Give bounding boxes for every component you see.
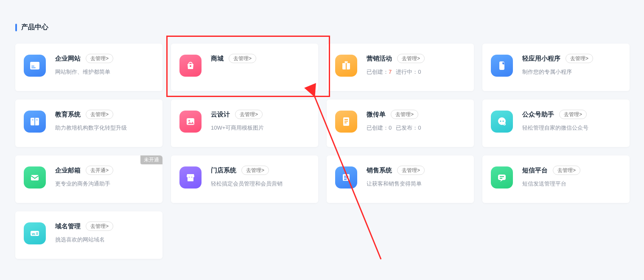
list-icon	[335, 166, 357, 189]
card-title: 云设计	[211, 111, 230, 119]
card-desc: 轻松搞定会员管理和会员营销	[211, 180, 310, 188]
manage-button[interactable]: 去管理>	[86, 54, 113, 63]
card-title: 营销活动	[367, 55, 392, 63]
product-card-mail[interactable]: 企业邮箱去开通>更专业的商务沟通助手未开通	[15, 155, 162, 203]
card-title: 短信平台	[522, 166, 548, 175]
card-title: 轻应用小程序	[522, 55, 560, 63]
card-title: 商城	[211, 55, 224, 63]
card-desc: 挑选喜欢的网站域名	[55, 236, 154, 244]
card-title: 门店系统	[211, 166, 236, 175]
card-title: 公众号助手	[522, 111, 554, 119]
manage-button[interactable]: 去开通>	[86, 166, 113, 175]
product-card-sales[interactable]: 销售系统去管理>让获客和销售变得简单	[327, 155, 474, 203]
product-card-miniapp[interactable]: 轻应用小程序去管理>制作您的专属小程序	[482, 44, 630, 91]
manage-button[interactable]: 去管理>	[397, 166, 425, 175]
product-card-design[interactable]: 云设计去管理>10W+可商用模板图片	[171, 100, 318, 147]
status-badge: 未开通	[140, 155, 162, 164]
section-title: 产品中心	[21, 23, 48, 32]
card-desc: 已创建：7进行中：0	[367, 68, 465, 76]
product-card-wechat[interactable]: 公众号助手去管理>轻松管理自家的微信公众号	[482, 100, 630, 147]
section-accent-bar	[15, 24, 17, 31]
domain-icon	[24, 222, 46, 244]
card-title: 企业网站	[55, 55, 81, 63]
chat-icon	[491, 111, 513, 133]
card-desc: 10W+可商用模板图片	[211, 124, 310, 132]
manage-button[interactable]: 去管理>	[86, 110, 113, 119]
manage-button[interactable]: 去管理>	[229, 54, 256, 63]
product-card-shop[interactable]: 商城去管理>	[171, 44, 318, 91]
manage-button[interactable]: 去管理>	[391, 110, 418, 119]
card-desc: 更专业的商务沟通助手	[55, 180, 154, 188]
gift-icon	[335, 55, 357, 77]
card-desc: 制作您的专属小程序	[522, 68, 621, 76]
manage-button[interactable]: 去管理>	[559, 110, 587, 119]
manage-button[interactable]: 去管理>	[566, 54, 593, 63]
manage-button[interactable]: 去管理>	[397, 54, 425, 63]
card-desc: 短信发送管理平台	[522, 180, 621, 188]
book-icon	[24, 111, 46, 133]
product-card-sms[interactable]: 短信平台去管理>短信发送管理平台	[482, 155, 630, 203]
shop-icon	[179, 166, 202, 189]
image-icon	[179, 111, 202, 133]
browser-icon	[24, 55, 46, 77]
product-grid: 企业网站去管理>网站制作、维护都简单商城去管理>营销活动去管理>已创建：7进行中…	[15, 44, 629, 259]
card-title: 销售系统	[367, 166, 392, 175]
section-header: 产品中心	[15, 23, 629, 32]
mail-icon	[24, 166, 46, 189]
product-card-domain[interactable]: 域名管理去管理>挑选喜欢的网站域名	[15, 211, 162, 259]
manage-button[interactable]: 去管理>	[553, 166, 580, 175]
product-card-marketing[interactable]: 营销活动去管理>已创建：7进行中：0	[327, 44, 474, 91]
message-icon	[491, 166, 513, 189]
card-title: 企业邮箱	[55, 166, 81, 175]
card-desc: 轻松管理自家的微信公众号	[522, 124, 621, 132]
product-card-website[interactable]: 企业网站去管理>网站制作、维护都简单	[15, 44, 162, 91]
card-desc: 网站制作、维护都简单	[55, 68, 154, 76]
product-card-edu[interactable]: 教育系统去管理>助力教培机构数字化转型升级	[15, 100, 162, 147]
page-icon	[335, 111, 357, 133]
bag-icon	[179, 55, 202, 77]
card-title: 域名管理	[55, 222, 81, 230]
manage-button[interactable]: 去管理>	[241, 166, 269, 175]
card-desc: 已创建：0已发布：0	[367, 124, 465, 132]
product-card-store[interactable]: 门店系统去管理>轻松搞定会员管理和会员营销	[171, 155, 318, 203]
card-title: 微传单	[367, 111, 386, 119]
manage-button[interactable]: 去管理>	[235, 110, 263, 119]
manage-button[interactable]: 去管理>	[86, 222, 113, 231]
phone-icon	[491, 55, 513, 77]
product-card-flyer[interactable]: 微传单去管理>已创建：0已发布：0	[327, 100, 474, 147]
card-desc: 助力教培机构数字化转型升级	[55, 124, 154, 132]
card-desc: 让获客和销售变得简单	[367, 180, 465, 188]
card-title: 教育系统	[55, 111, 81, 119]
